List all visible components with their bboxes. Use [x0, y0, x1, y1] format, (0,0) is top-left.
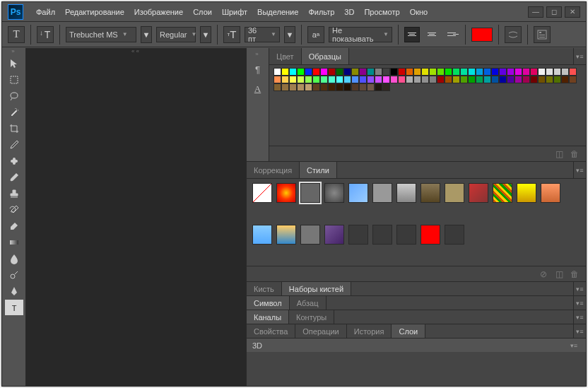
lasso-tool[interactable]: [5, 88, 23, 104]
maximize-button[interactable]: ◻: [546, 6, 562, 18]
color-swatch[interactable]: [289, 76, 297, 83]
font-family-select[interactable]: Trebuchet MS▼: [66, 27, 136, 42]
tab-Контуры[interactable]: Контуры: [289, 310, 334, 324]
style-preset[interactable]: [252, 225, 272, 245]
style-preset[interactable]: [372, 183, 392, 203]
style-preset[interactable]: [324, 183, 344, 203]
panel-menu-button[interactable]: ▾≡: [573, 310, 586, 324]
color-swatch[interactable]: [522, 76, 530, 83]
color-swatch[interactable]: [390, 76, 398, 83]
panel-grip[interactable]: »: [2, 48, 25, 55]
color-swatch[interactable]: [406, 76, 413, 83]
eyedropper-tool[interactable]: [5, 137, 23, 153]
panel-menu-button[interactable]: ▾≡: [573, 282, 586, 295]
color-swatch[interactable]: [569, 76, 577, 83]
color-swatch[interactable]: [553, 68, 561, 76]
color-swatch[interactable]: [351, 83, 359, 91]
menu-3D[interactable]: 3D: [344, 8, 354, 16]
style-preset[interactable]: [445, 225, 464, 245]
menu-Редактирование[interactable]: Редактирование: [65, 8, 124, 16]
style-preset[interactable]: [469, 183, 488, 203]
panel-menu-button[interactable]: ▾≡: [568, 339, 580, 352]
color-swatch[interactable]: [398, 76, 406, 83]
panel-menu-button[interactable]: ▾≡: [573, 296, 586, 310]
color-swatch[interactable]: [398, 68, 406, 76]
new-swatch-button[interactable]: ◫: [553, 148, 565, 160]
color-swatch[interactable]: [312, 68, 320, 76]
color-swatch[interactable]: [351, 76, 359, 83]
color-swatch[interactable]: [460, 76, 468, 83]
menu-Слои[interactable]: Слои: [193, 8, 212, 16]
style-preset[interactable]: [517, 183, 536, 203]
menu-Изображение[interactable]: Изображение: [134, 8, 183, 16]
canvas-grip[interactable]: ««: [26, 48, 246, 55]
delete-style-button[interactable]: 🗑: [569, 269, 580, 280]
gradient-tool[interactable]: [5, 235, 23, 250]
menu-Фильтр[interactable]: Фильтр: [308, 8, 334, 16]
color-swatch[interactable]: [561, 76, 569, 83]
font-size-dropdown[interactable]: ▼: [284, 26, 295, 43]
color-swatch[interactable]: [476, 76, 483, 83]
color-swatch[interactable]: [483, 76, 491, 83]
spot-heal-tool[interactable]: [5, 153, 23, 169]
minimize-button[interactable]: —: [528, 6, 543, 18]
color-swatch[interactable]: [429, 68, 437, 76]
tab-Цвет[interactable]: Цвет: [269, 48, 302, 64]
color-swatch[interactable]: [328, 68, 336, 76]
color-swatch[interactable]: [499, 76, 507, 83]
color-swatch[interactable]: [468, 68, 476, 76]
color-swatch[interactable]: [289, 68, 297, 76]
menu-Просмотр[interactable]: Просмотр: [364, 8, 399, 16]
new-style-button[interactable]: ◫: [553, 269, 565, 280]
color-swatch[interactable]: [390, 68, 398, 76]
font-size-select[interactable]: 36 пт▼: [245, 27, 280, 42]
tab-История[interactable]: История: [347, 324, 392, 338]
color-swatch[interactable]: [530, 76, 538, 83]
orientation-toggle[interactable]: ↓T: [37, 26, 54, 43]
font-family-dropdown[interactable]: ▼: [141, 26, 152, 43]
antialias-select[interactable]: Не показывать▼: [329, 27, 392, 42]
color-swatch[interactable]: [437, 76, 445, 83]
menu-Окно[interactable]: Окно: [410, 8, 428, 16]
color-swatch[interactable]: [375, 76, 382, 83]
color-swatch[interactable]: [328, 83, 336, 91]
warp-text-button[interactable]: [505, 26, 522, 43]
tab-Наборы кистей[interactable]: Наборы кистей: [282, 282, 351, 295]
color-swatch[interactable]: [320, 68, 328, 76]
style-preset[interactable]: [276, 183, 296, 203]
3d-panel-tab[interactable]: 3D ▾≡: [247, 338, 586, 352]
color-swatch[interactable]: [437, 68, 445, 76]
tab-Слои[interactable]: Слои: [392, 324, 425, 338]
color-swatch[interactable]: [421, 76, 429, 83]
strip-grip[interactable]: »: [252, 51, 264, 57]
style-preset[interactable]: [300, 225, 320, 245]
color-swatch[interactable]: [413, 68, 421, 76]
magic-wand-tool[interactable]: [5, 105, 23, 120]
color-swatch[interactable]: [289, 83, 297, 91]
type-tool[interactable]: T: [5, 300, 23, 315]
color-swatch[interactable]: [382, 83, 390, 91]
stamp-tool[interactable]: [5, 186, 23, 201]
color-swatch[interactable]: [530, 68, 538, 76]
color-swatch[interactable]: [514, 68, 522, 76]
color-swatch[interactable]: [351, 68, 359, 76]
color-swatch[interactable]: [274, 83, 281, 91]
color-swatch[interactable]: [522, 68, 530, 76]
character-icon[interactable]: A: [250, 81, 266, 97]
color-swatch[interactable]: [445, 76, 452, 83]
font-weight-select[interactable]: Regular▼: [156, 27, 196, 42]
color-swatch[interactable]: [281, 68, 289, 76]
color-swatch[interactable]: [281, 83, 289, 91]
align-center-button[interactable]: [424, 27, 440, 42]
menu-Выделение[interactable]: Выделение: [257, 8, 298, 16]
color-swatch[interactable]: [406, 68, 413, 76]
color-swatch[interactable]: [499, 68, 507, 76]
color-swatch[interactable]: [421, 68, 429, 76]
color-swatch[interactable]: [514, 76, 522, 83]
align-left-button[interactable]: [404, 27, 420, 42]
color-swatch[interactable]: [367, 68, 375, 76]
color-swatch[interactable]: [452, 76, 460, 83]
dodge-tool[interactable]: [5, 267, 23, 283]
color-swatch[interactable]: [328, 76, 336, 83]
color-swatch[interactable]: [305, 76, 312, 83]
